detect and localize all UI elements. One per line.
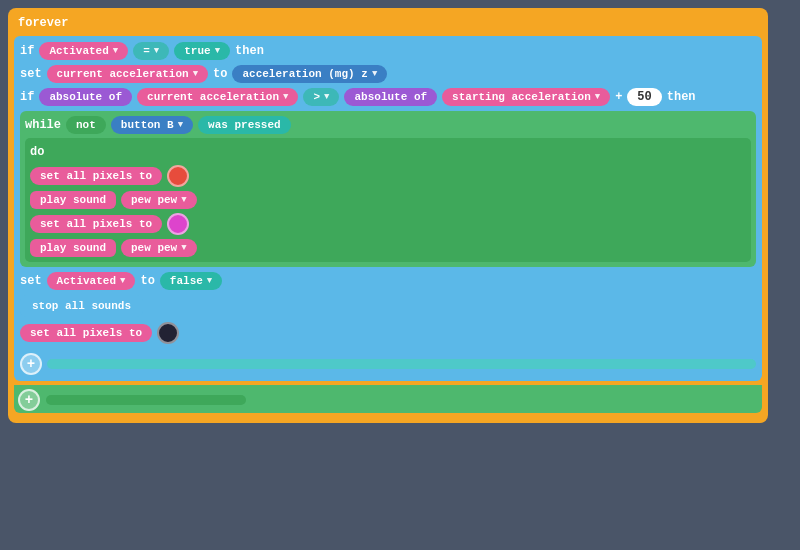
true-pill[interactable]: true ▼ — [174, 42, 230, 60]
not-pill: not — [66, 116, 106, 134]
play-sound-1-row: play sound pew pew ▼ — [30, 191, 746, 209]
pew-pew-1-pill[interactable]: pew pew ▼ — [121, 191, 197, 209]
pew1-arrow[interactable]: ▼ — [181, 195, 186, 205]
forever-connector — [46, 395, 246, 405]
set-acceleration-row: set current acceleration ▼ to accelerati… — [20, 65, 756, 83]
plus-operator: + — [615, 90, 622, 104]
absolute-of-label-2: absolute of — [344, 88, 437, 106]
set-pixels-1-block[interactable]: set all pixels to — [30, 167, 162, 185]
activated-arrow[interactable]: ▼ — [113, 46, 118, 56]
do-container: do set all pixels to play sound — [25, 138, 751, 262]
gt-arrow[interactable]: ▼ — [324, 92, 329, 102]
false-arrow[interactable]: ▼ — [207, 276, 212, 286]
set-pixels-2-row: set all pixels to — [30, 213, 746, 235]
keyword-set-1: set — [20, 67, 42, 81]
current-acc-arrow[interactable]: ▼ — [193, 69, 198, 79]
acceleration-mg-pill[interactable]: acceleration (mg) z ▼ — [232, 65, 387, 83]
keyword-to-activated: to — [140, 274, 154, 288]
do-label: do — [30, 143, 746, 161]
button-b-arrow[interactable]: ▼ — [178, 120, 183, 130]
start-acc-arrow[interactable]: ▼ — [595, 92, 600, 102]
main-inner-container: if Activated ▼ = ▼ true ▼ then set — [14, 36, 762, 381]
keyword-if-2: if — [20, 90, 34, 104]
stop-sounds-row: stop all sounds — [20, 295, 756, 317]
while-container: while not button B ▼ was pressed do — [20, 111, 756, 267]
true-arrow[interactable]: ▼ — [215, 46, 220, 56]
absolute-of-label-1: absolute of — [39, 88, 132, 106]
activated-pill[interactable]: Activated ▼ — [39, 42, 128, 60]
current-acc-pill-2[interactable]: current acceleration ▼ — [137, 88, 298, 106]
fifty-pill[interactable]: 50 — [627, 88, 661, 106]
keyword-while: while — [25, 118, 61, 132]
set-activated-row: set Activated ▼ to false ▼ — [20, 272, 756, 290]
play-sound-2-row: play sound pew pew ▼ — [30, 239, 746, 257]
activated2-arrow[interactable]: ▼ — [120, 276, 125, 286]
keyword-then-1: then — [235, 44, 264, 58]
play-sound-2-block[interactable]: play sound — [30, 239, 116, 257]
curr-acc2-arrow[interactable]: ▼ — [283, 92, 288, 102]
keyword-to-1: to — [213, 67, 227, 81]
button-b-pill[interactable]: button B ▼ — [111, 116, 193, 134]
pew2-arrow[interactable]: ▼ — [181, 243, 186, 253]
forever-label: forever — [14, 14, 762, 36]
stop-sounds-block[interactable]: stop all sounds — [20, 295, 143, 317]
connector-bar — [47, 359, 756, 369]
color-purple-circle[interactable] — [167, 213, 189, 235]
if-row-1: if Activated ▼ = ▼ true ▼ then — [20, 42, 756, 60]
forever-bottom: + — [14, 385, 762, 413]
set-pixels-3-row: set all pixels to — [20, 322, 756, 344]
keyword-set-activated: set — [20, 274, 42, 288]
color-black-circle[interactable] — [157, 322, 179, 344]
set-pixels-2-block[interactable]: set all pixels to — [30, 215, 162, 233]
gt-pill[interactable]: > ▼ — [303, 88, 339, 106]
set-pixels-1-row: set all pixels to — [30, 165, 746, 187]
bottom-add-row: + — [20, 353, 756, 375]
forever-container: forever if Activated ▼ = ▼ true ▼ then — [8, 8, 768, 423]
keyword-then-2: then — [667, 90, 696, 104]
starting-acc-pill[interactable]: starting acceleration ▼ — [442, 88, 610, 106]
activated-pill-2[interactable]: Activated ▼ — [47, 272, 136, 290]
play-sound-1-block[interactable]: play sound — [30, 191, 116, 209]
color-red-circle[interactable] — [167, 165, 189, 187]
keyword-if-1: if — [20, 44, 34, 58]
equals-arrow[interactable]: ▼ — [154, 46, 159, 56]
add-block-button[interactable]: + — [20, 353, 42, 375]
pew-pew-2-pill[interactable]: pew pew ▼ — [121, 239, 197, 257]
while-row: while not button B ▼ was pressed — [25, 116, 751, 134]
acc-mg-arrow[interactable]: ▼ — [372, 69, 377, 79]
false-pill[interactable]: false ▼ — [160, 272, 222, 290]
set-pixels-3-block[interactable]: set all pixels to — [20, 324, 152, 342]
add-forever-button[interactable]: + — [18, 389, 40, 411]
was-pressed-pill: was pressed — [198, 116, 291, 134]
equals-pill[interactable]: = ▼ — [133, 42, 169, 60]
if-row-2: if absolute of current acceleration ▼ > … — [20, 88, 756, 106]
workspace: forever if Activated ▼ = ▼ true ▼ then — [0, 0, 800, 550]
current-acceleration-pill[interactable]: current acceleration ▼ — [47, 65, 208, 83]
